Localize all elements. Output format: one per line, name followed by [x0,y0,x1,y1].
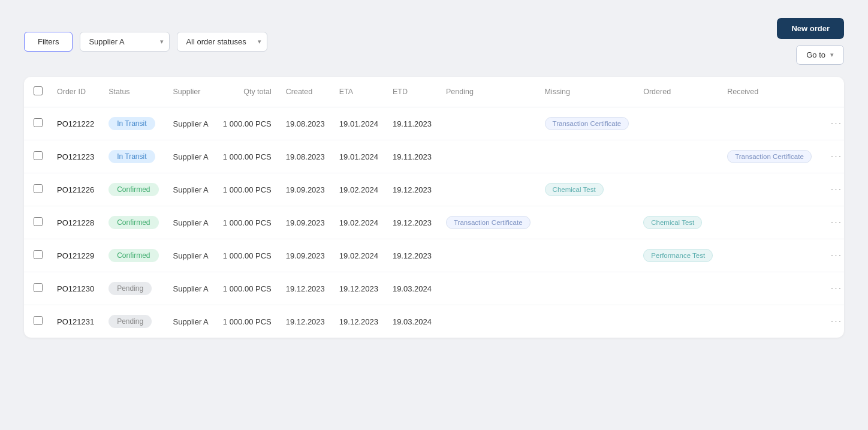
orders-table: Order ID Status Supplier Qty total Creat… [24,77,844,338]
goto-button[interactable]: Go to ▾ [796,45,844,65]
row-created: 19.08.2023 [279,107,332,140]
header-status: Status [101,77,165,107]
row-checkbox-5[interactable] [34,283,43,292]
header-pending: Pending [439,77,538,107]
table-header-row: Order ID Status Supplier Qty total Creat… [24,77,844,107]
filters-button[interactable]: Filters [24,32,73,52]
row-order-id: PO121231 [50,305,101,338]
table-row: PO121231 Pending Supplier A 1 000.00 PCS… [24,305,844,338]
header-actions [819,77,844,107]
row-supplier: Supplier A [166,305,216,338]
row-order-id: PO121228 [50,206,101,239]
status-badge: Pending [108,282,152,295]
row-checkbox-cell [24,239,50,272]
row-etd: 19.12.2023 [385,173,439,206]
select-all-checkbox[interactable] [34,86,43,95]
row-checkbox-cell [24,173,50,206]
row-received [720,206,819,239]
status-select[interactable]: All order statusesIn TransitConfirmedPen… [177,32,267,52]
row-missing [538,305,637,338]
row-more-cell: ··· [819,107,844,140]
row-qty: 1 000.00 PCS [216,140,279,173]
table-row: PO121226 Confirmed Supplier A 1 000.00 P… [24,173,844,206]
table-row: PO121230 Pending Supplier A 1 000.00 PCS… [24,272,844,305]
missing-tag: Chemical Test [545,183,604,196]
status-badge: Confirmed [108,183,158,196]
orders-table-container: Order ID Status Supplier Qty total Creat… [24,77,844,338]
row-supplier: Supplier A [166,206,216,239]
header-checkbox-cell [24,77,50,107]
toolbar: Filters Supplier ASupplier BSupplier C ▾… [24,18,844,65]
row-missing: Chemical Test [538,173,637,206]
header-qty: Qty total [216,77,279,107]
row-etd: 19.03.2024 [385,272,439,305]
row-missing: Transaction Certificate [538,107,637,140]
row-received [720,272,819,305]
row-pending [439,239,538,272]
row-status: In Transit [101,107,165,140]
row-eta: 19.02.2024 [332,239,385,272]
header-etd: ETD [385,77,439,107]
row-more-cell: ··· [819,272,844,305]
header-order-id: Order ID [50,77,101,107]
row-missing [538,272,637,305]
row-checkbox-cell [24,272,50,305]
row-more-button[interactable]: ··· [826,116,844,131]
row-status: In Transit [101,140,165,173]
row-qty: 1 000.00 PCS [216,305,279,338]
row-checkbox-6[interactable] [34,316,43,325]
table-row: PO121223 In Transit Supplier A 1 000.00 … [24,140,844,173]
row-etd: 19.12.2023 [385,206,439,239]
row-created: 19.09.2023 [279,206,332,239]
row-order-id: PO121222 [50,107,101,140]
row-created: 19.09.2023 [279,173,332,206]
row-checkbox-3[interactable] [34,217,43,226]
row-etd: 19.12.2023 [385,239,439,272]
status-badge: Confirmed [108,249,158,262]
row-checkbox-4[interactable] [34,250,43,259]
row-checkbox-cell [24,140,50,173]
row-more-cell: ··· [819,140,844,173]
row-supplier: Supplier A [166,173,216,206]
row-checkbox-cell [24,206,50,239]
row-received: Transaction Certificate [720,140,819,173]
row-more-button[interactable]: ··· [826,281,844,296]
row-eta: 19.02.2024 [332,206,385,239]
row-checkbox-2[interactable] [34,184,43,193]
row-more-button[interactable]: ··· [826,182,844,197]
row-order-id: PO121223 [50,140,101,173]
table-row: PO121229 Confirmed Supplier A 1 000.00 P… [24,239,844,272]
row-received [720,173,819,206]
row-status: Confirmed [101,173,165,206]
row-checkbox-0[interactable] [34,118,43,127]
row-order-id: PO121226 [50,173,101,206]
row-more-button[interactable]: ··· [826,149,844,164]
row-more-button[interactable]: ··· [826,248,844,263]
row-created: 19.08.2023 [279,140,332,173]
row-supplier: Supplier A [166,107,216,140]
row-created: 19.12.2023 [279,272,332,305]
row-created: 19.12.2023 [279,305,332,338]
row-qty: 1 000.00 PCS [216,239,279,272]
header-received: Received [720,77,819,107]
supplier-select[interactable]: Supplier ASupplier BSupplier C [80,32,170,52]
row-more-button[interactable]: ··· [826,314,844,329]
row-supplier: Supplier A [166,140,216,173]
row-eta: 19.01.2024 [332,140,385,173]
status-badge: Confirmed [108,216,158,229]
row-more-button[interactable]: ··· [826,215,844,230]
row-ordered [636,140,720,173]
row-order-id: PO121230 [50,272,101,305]
row-pending [439,140,538,173]
supplier-select-wrapper: Supplier ASupplier BSupplier C ▾ [80,32,170,52]
received-tag: Transaction Certificate [727,150,812,163]
ordered-tag: Chemical Test [643,216,702,229]
new-order-button[interactable]: New order [777,18,844,39]
row-more-cell: ··· [819,173,844,206]
row-missing [538,140,637,173]
status-select-wrapper: All order statusesIn TransitConfirmedPen… [177,32,267,52]
row-checkbox-1[interactable] [34,151,43,160]
row-status: Pending [101,272,165,305]
status-badge: Pending [108,315,152,328]
header-supplier: Supplier [166,77,216,107]
